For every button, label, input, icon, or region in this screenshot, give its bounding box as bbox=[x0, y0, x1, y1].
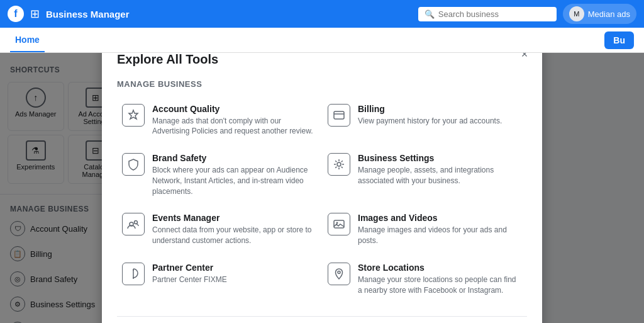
explore-tools-modal: × Explore All Tools Manage Business Acco… bbox=[102, 53, 542, 323]
partner-center-icon bbox=[122, 263, 145, 285]
tool-text: Images and Videos Manage images and vide… bbox=[358, 213, 522, 246]
store-locations-icon bbox=[328, 263, 350, 285]
business-settings-icon bbox=[328, 153, 350, 176]
tool-text: Billing View payment history for your ad… bbox=[358, 104, 522, 127]
nav-home[interactable]: Home bbox=[10, 28, 45, 52]
top-nav-right: M Median ads bbox=[563, 4, 636, 24]
secondary-nav: Home Bu bbox=[0, 28, 644, 53]
account-name: Median ads bbox=[588, 9, 630, 19]
tool-text: Partner Center Partner Center FIXME bbox=[152, 263, 316, 285]
svg-marker-0 bbox=[129, 110, 138, 119]
grid-icon[interactable]: ⊞ bbox=[30, 7, 40, 21]
tool-brand-safety[interactable]: Brand Safety Block where your ads can ap… bbox=[117, 145, 321, 204]
tool-account-quality[interactable]: Account Quality Manage ads that don't co… bbox=[117, 96, 321, 145]
facebook-logo: f bbox=[8, 6, 24, 22]
manage-business-section-title: Manage Business bbox=[117, 79, 527, 89]
search-bar: 🔍 bbox=[418, 7, 557, 21]
svg-point-10 bbox=[338, 271, 340, 274]
tool-text: Account Quality Manage ads that don't co… bbox=[152, 104, 316, 137]
tool-text: Store Locations Manage your store locati… bbox=[358, 263, 522, 296]
svg-rect-6 bbox=[334, 220, 344, 228]
tool-billing[interactable]: Billing View payment history for your ad… bbox=[323, 96, 527, 145]
svg-point-9 bbox=[133, 277, 134, 278]
svg-rect-1 bbox=[334, 111, 344, 119]
svg-point-3 bbox=[337, 162, 341, 166]
account-quality-icon bbox=[122, 104, 145, 127]
events-manager-icon bbox=[122, 213, 145, 235]
cta-button[interactable]: Bu bbox=[604, 31, 634, 49]
brand-safety-icon bbox=[122, 153, 145, 176]
tool-text: Events Manager Connect data from your we… bbox=[152, 213, 316, 246]
billing-icon bbox=[328, 104, 350, 127]
avatar: M bbox=[569, 6, 584, 21]
tool-events-manager[interactable]: Events Manager Connect data from your we… bbox=[117, 205, 321, 254]
manage-business-tools-grid: Account Quality Manage ads that don't co… bbox=[117, 96, 527, 303]
sec-nav-right: Bu bbox=[604, 31, 634, 49]
modal-overlay: × Explore All Tools Manage Business Acco… bbox=[0, 53, 644, 323]
modal-section-divider bbox=[117, 316, 527, 317]
main-layout: Shortcuts ↑ Ads Manager ⊞ Ad Account Set… bbox=[0, 53, 644, 323]
modal-title: Explore All Tools bbox=[117, 53, 527, 67]
top-nav-left: f ⊞ Business Manager bbox=[8, 6, 412, 22]
tool-text: Brand Safety Block where your ads can ap… bbox=[152, 153, 316, 196]
tool-store-locations[interactable]: Store Locations Manage your store locati… bbox=[323, 255, 527, 303]
tool-business-settings[interactable]: Business Settings Manage people, assets,… bbox=[323, 145, 527, 204]
svg-point-8 bbox=[133, 269, 134, 271]
tool-text: Business Settings Manage people, assets,… bbox=[358, 153, 522, 186]
app-title: Business Manager bbox=[46, 9, 130, 20]
search-input[interactable] bbox=[438, 9, 550, 19]
account-pill[interactable]: M Median ads bbox=[563, 4, 636, 24]
top-nav: f ⊞ Business Manager 🔍 M Median ads bbox=[0, 0, 644, 28]
tool-partner-center[interactable]: Partner Center Partner Center FIXME bbox=[117, 255, 321, 303]
search-icon: 🔍 bbox=[425, 9, 435, 19]
images-videos-icon bbox=[328, 213, 350, 235]
tool-images-videos[interactable]: Images and Videos Manage images and vide… bbox=[323, 205, 527, 254]
